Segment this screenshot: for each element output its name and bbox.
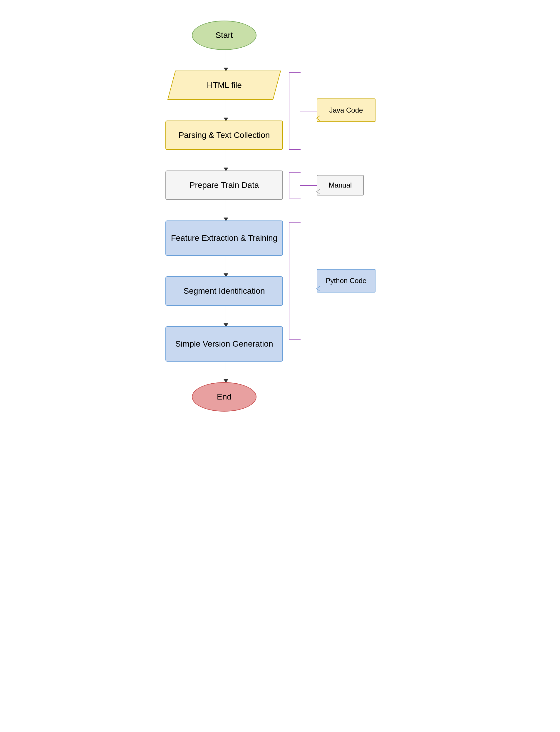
manual-tail-inner: [317, 189, 321, 194]
start-label: Start: [215, 31, 233, 40]
h-line-python: [300, 281, 318, 281]
arrow-segment-simple: [224, 306, 228, 327]
feature-extraction-label: Feature Extraction & Training: [171, 233, 278, 243]
flowchart: Start HTML file Parsing & Text Collectio…: [148, 12, 412, 717]
prepare-train-node: Prepare Train Data: [165, 170, 283, 200]
java-code-callout: Java Code: [317, 98, 375, 122]
parsing-node: Parsing & Text Collection: [165, 120, 283, 150]
simple-version-label: Simple Version Generation: [175, 339, 273, 348]
arrow-prepare-feature: [224, 200, 228, 221]
end-node: End: [192, 382, 256, 412]
bracket-manual: [289, 172, 301, 198]
arrow-parsing-prepare: [224, 150, 228, 171]
arrow-html-parsing: [224, 100, 228, 121]
arrow-feature-segment: [224, 256, 228, 277]
segment-id-node: Segment Identification: [165, 276, 283, 306]
manual-label: Manual: [329, 181, 352, 189]
start-node: Start: [192, 21, 256, 50]
parsing-label: Parsing & Text Collection: [179, 130, 270, 140]
feature-extraction-node: Feature Extraction & Training: [165, 220, 283, 256]
arrow-simple-end: [224, 361, 228, 383]
prepare-train-label: Prepare Train Data: [190, 180, 259, 190]
python-code-label: Python Code: [326, 277, 367, 285]
java-code-label: Java Code: [329, 106, 363, 114]
bracket-python: [289, 222, 301, 339]
arrow-start-html: [224, 50, 228, 71]
html-file-node: HTML file: [167, 71, 281, 100]
java-code-tail-inner: [317, 115, 321, 121]
python-tail-inner: [317, 286, 321, 291]
simple-version-node: Simple Version Generation: [165, 326, 283, 361]
end-label: End: [217, 392, 232, 402]
manual-callout: Manual: [317, 175, 364, 195]
h-line-manual: [300, 185, 318, 186]
h-line-java: [300, 111, 318, 111]
segment-id-label: Segment Identification: [183, 286, 265, 296]
python-code-callout: Python Code: [317, 269, 375, 292]
html-file-label: HTML file: [207, 81, 242, 90]
bracket-java: [289, 72, 301, 150]
